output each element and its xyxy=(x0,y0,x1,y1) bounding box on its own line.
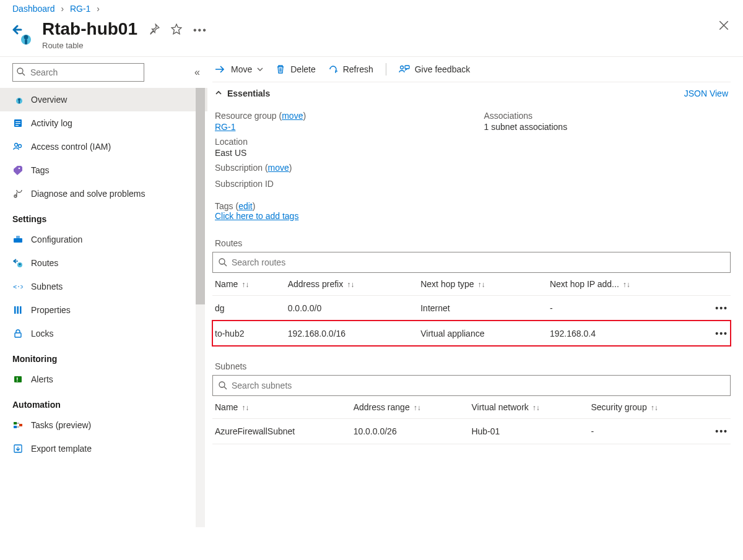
close-icon[interactable] xyxy=(718,20,729,33)
subscription-move-link[interactable]: move xyxy=(268,163,289,173)
tags-label: Tags xyxy=(215,201,233,211)
svg-rect-29 xyxy=(14,426,17,428)
svg-line-4 xyxy=(22,73,25,75)
subnets-col-sg[interactable]: Security group↑↓ xyxy=(588,396,706,419)
subnets-search-input[interactable] xyxy=(213,376,730,395)
sort-icon: ↑↓ xyxy=(651,403,658,412)
associations-label: Associations xyxy=(484,111,729,121)
tags-add-link[interactable]: Click here to add tags xyxy=(215,211,298,221)
routes-icon xyxy=(12,257,24,269)
sidebar-item-activity-log[interactable]: Activity log xyxy=(0,111,207,135)
sidebar-item-routes[interactable]: Routes xyxy=(0,251,207,275)
chevron-right-icon: › xyxy=(97,4,100,14)
arrow-right-icon xyxy=(215,65,226,74)
row-actions-icon[interactable]: ••• xyxy=(715,426,728,436)
svg-rect-9 xyxy=(15,121,20,122)
sidebar-item-label: Configuration xyxy=(31,235,82,244)
search-icon xyxy=(218,381,228,392)
table-row[interactable]: dg0.0.0.0/0Internet-••• xyxy=(212,295,731,321)
sidebar-item-alerts[interactable]: Alerts xyxy=(0,368,207,391)
sidebar-item-overview[interactable]: Overview xyxy=(0,88,207,111)
routes-title: Routes xyxy=(215,238,731,248)
breadcrumb-item-dashboard[interactable]: Dashboard xyxy=(12,4,55,14)
route-name: dg xyxy=(212,295,285,321)
feedback-icon xyxy=(399,64,410,74)
route-hopip: - xyxy=(547,295,706,321)
chevron-down-icon xyxy=(257,66,263,72)
svg-rect-7 xyxy=(19,101,20,103)
row-actions-icon[interactable]: ••• xyxy=(715,329,728,338)
tags-edit-link[interactable]: edit xyxy=(238,201,253,211)
delete-label: Delete xyxy=(290,64,315,74)
refresh-button[interactable]: Refresh xyxy=(328,64,373,74)
routes-col-name[interactable]: Name↑↓ xyxy=(212,273,285,296)
sidebar-item-tasks[interactable]: Tasks (preview) xyxy=(0,413,207,437)
move-button[interactable]: Move xyxy=(215,64,263,74)
subnet-range: 10.0.0.0/26 xyxy=(351,418,469,444)
json-view-link[interactable]: JSON View xyxy=(684,88,728,98)
search-icon xyxy=(218,257,228,269)
sidebar-item-locks[interactable]: Locks xyxy=(0,322,207,345)
sidebar-search-input[interactable] xyxy=(12,63,144,82)
more-icon[interactable]: ••• xyxy=(193,25,207,36)
subnet-vnet: Hub-01 xyxy=(469,418,588,444)
sidebar-item-export-template[interactable]: Export template xyxy=(0,437,207,460)
command-bar: Move Delete Refresh Give feedback xyxy=(212,57,731,82)
svg-line-37 xyxy=(224,387,227,389)
svg-text:<·>: <·> xyxy=(13,283,23,290)
svg-rect-11 xyxy=(15,125,19,126)
overview-icon xyxy=(12,94,24,105)
diagnose-icon xyxy=(12,188,24,199)
subnets-col-vnet[interactable]: Virtual network↑↓ xyxy=(469,396,588,419)
route-name: to-hub2 xyxy=(212,321,285,346)
sidebar-item-subnets[interactable]: <·> Subnets xyxy=(0,275,207,298)
sidebar-item-label: Overview xyxy=(31,95,67,105)
routes-col-prefix[interactable]: Address prefix↑↓ xyxy=(285,273,419,296)
sidebar-item-label: Properties xyxy=(31,305,71,315)
svg-line-35 xyxy=(224,264,227,266)
pin-icon[interactable] xyxy=(149,24,160,37)
sidebar-item-label: Routes xyxy=(31,258,58,268)
sidebar-item-tags[interactable]: Tags xyxy=(0,158,207,182)
sidebar-section-monitoring: Monitoring xyxy=(0,345,207,368)
subnets-col-range[interactable]: Address range↑↓ xyxy=(351,396,469,419)
row-actions-icon[interactable]: ••• xyxy=(715,303,728,313)
delete-button[interactable]: Delete xyxy=(276,64,315,74)
essentials-collapse-icon[interactable] xyxy=(215,88,222,98)
feedback-button[interactable]: Give feedback xyxy=(399,64,471,74)
scrollbar-thumb[interactable] xyxy=(196,88,205,304)
svg-point-6 xyxy=(18,98,20,101)
resource-group-value-link[interactable]: RG-1 xyxy=(215,122,235,132)
sort-icon: ↑↓ xyxy=(241,403,249,412)
breadcrumb-item-rg[interactable]: RG-1 xyxy=(70,4,90,14)
sort-icon: ↑↓ xyxy=(478,280,485,289)
resource-group-label: Resource group xyxy=(215,111,277,121)
star-icon[interactable] xyxy=(171,24,182,37)
sidebar-item-configuration[interactable]: Configuration xyxy=(0,228,207,251)
refresh-label: Refresh xyxy=(343,64,373,74)
sort-icon: ↑↓ xyxy=(347,280,354,289)
table-row[interactable]: AzureFirewallSubnet10.0.0.0/26Hub-01-••• xyxy=(212,418,731,444)
subscription-id-label: Subscription ID xyxy=(215,179,459,189)
svg-rect-2 xyxy=(25,39,27,45)
routes-col-hoptype[interactable]: Next hop type↑↓ xyxy=(418,273,547,296)
routes-search-input[interactable] xyxy=(213,252,730,272)
sidebar-item-label: Diagnose and solve problems xyxy=(31,189,145,199)
access-control-icon xyxy=(12,141,24,152)
sidebar-item-access-control[interactable]: Access control (IAM) xyxy=(0,135,207,158)
svg-point-3 xyxy=(17,68,23,74)
resource-group-move-link[interactable]: move xyxy=(282,111,303,121)
svg-rect-16 xyxy=(14,238,22,243)
subnets-title: Subnets xyxy=(215,361,731,371)
routes-col-hopip[interactable]: Next hop IP add...↑↓ xyxy=(547,273,706,296)
svg-rect-24 xyxy=(15,333,21,337)
sidebar-item-diagnose[interactable]: Diagnose and solve problems xyxy=(0,182,207,205)
svg-rect-26 xyxy=(17,377,18,380)
subnets-col-name[interactable]: Name↑↓ xyxy=(212,396,351,419)
route-prefix: 0.0.0.0/0 xyxy=(285,295,419,321)
sidebar-item-properties[interactable]: Properties xyxy=(0,298,207,322)
tasks-icon xyxy=(12,420,24,431)
sidebar-item-label: Activity log xyxy=(31,118,72,128)
table-row[interactable]: to-hub2192.168.0.0/16Virtual appliance19… xyxy=(212,321,731,346)
collapse-sidebar-icon[interactable]: « xyxy=(194,67,200,78)
